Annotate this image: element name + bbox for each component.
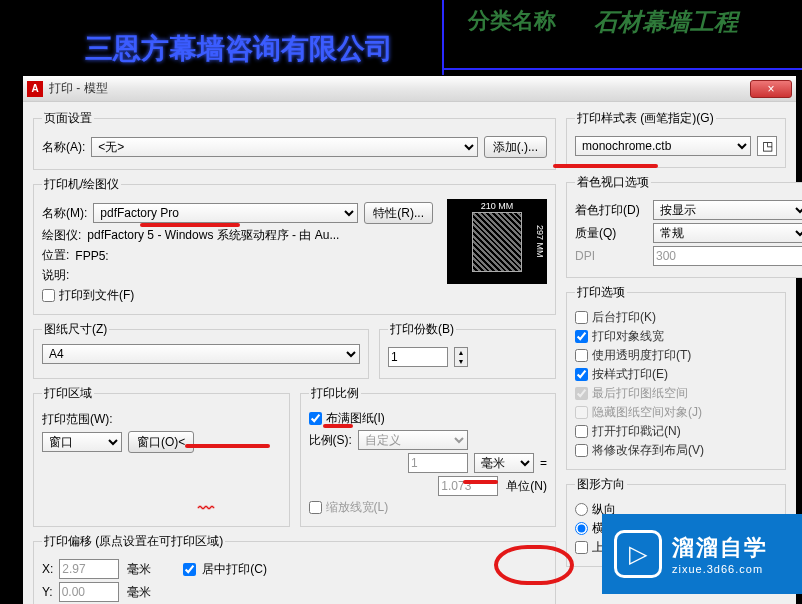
plot-offset-group: 打印偏移 (原点设置在可打印区域) X: 毫米 居中打印(C) Y: 毫米 — [33, 533, 556, 604]
watermark-play-icon: ▷ — [614, 530, 662, 578]
driver-label: 绘图仪: — [42, 227, 81, 244]
plot-offset-legend: 打印偏移 (原点设置在可打印区域) — [42, 533, 225, 550]
plot-style-select[interactable]: monochrome.ctb — [575, 136, 751, 156]
scale-lineweight-label: 缩放线宽(L) — [326, 499, 389, 516]
plot-style-group: 打印样式表 (画笔指定)(G) monochrome.ctb◳ — [566, 110, 786, 168]
plot-transparency-label: 使用透明度打印(T) — [592, 347, 691, 364]
titlebar[interactable]: A 打印 - 模型 × — [23, 76, 796, 102]
portrait-radio[interactable] — [575, 503, 588, 516]
scale-unit-select[interactable]: 毫米 — [474, 453, 534, 473]
upside-down-checkbox[interactable] — [575, 541, 588, 554]
plot-range-label: 打印范围(W): — [42, 411, 113, 428]
scale-denom-input[interactable] — [438, 476, 498, 496]
red-underline-style — [553, 164, 658, 168]
offset-x-unit: 毫米 — [127, 561, 151, 578]
plot-transparency-checkbox[interactable] — [575, 349, 588, 362]
copies-group: 打印份数(B) ▲▼ — [379, 321, 556, 379]
plot-with-styles-checkbox[interactable] — [575, 368, 588, 381]
plot-area-legend: 打印区域 — [42, 385, 94, 402]
fit-to-paper-checkbox[interactable] — [309, 412, 322, 425]
page-name-select[interactable]: <无> — [91, 137, 477, 157]
category-label: 分类名称 — [468, 6, 556, 36]
paper-preview: 210 MM 297 MM — [447, 199, 547, 284]
red-underline-mm — [463, 480, 498, 484]
close-icon: × — [767, 82, 774, 96]
scale-ratio-select[interactable]: 自定义 — [358, 430, 468, 450]
plot-scale-legend: 打印比例 — [309, 385, 361, 402]
quality-select[interactable]: 常规 — [653, 223, 802, 243]
company-name: 三恩方幕墙咨询有限公司 — [85, 30, 393, 68]
plot-scale-group: 打印比例 布满图纸(I) 比例(S):自定义 毫米= 单位(N) 缩放线宽(L) — [300, 385, 557, 527]
plot-range-select[interactable]: 窗口 — [42, 432, 122, 452]
dpi-label: DPI — [575, 249, 647, 263]
plot-paperspace-last-checkbox — [575, 387, 588, 400]
shade-plot-label: 着色打印(D) — [575, 202, 647, 219]
center-plot-label: 居中打印(C) — [202, 561, 267, 578]
window-button[interactable]: 窗口(O)< — [128, 431, 194, 453]
paper-size-select[interactable]: A4 — [42, 344, 360, 364]
location-label: 位置: — [42, 247, 69, 264]
red-underline-window — [185, 444, 270, 448]
red-swirl-center: 〰 — [198, 500, 214, 518]
dialog-title: 打印 - 模型 — [49, 80, 750, 97]
watermark-title: 溜溜自学 — [672, 533, 768, 563]
watermark-url: zixue.3d66.com — [672, 563, 768, 575]
dpi-input — [653, 246, 802, 266]
plot-stamp-checkbox[interactable] — [575, 425, 588, 438]
copies-input[interactable] — [388, 347, 448, 367]
center-plot-checkbox[interactable] — [183, 563, 196, 576]
plot-area-group: 打印区域 打印范围(W): 窗口 窗口(O)< — [33, 385, 290, 527]
add-button[interactable]: 添加(.)... — [484, 136, 547, 158]
preview-height: 297 MM — [535, 225, 545, 258]
shaded-viewport-group: 着色视口选项 着色打印(D)按显示 质量(Q)常规 DPI — [566, 174, 802, 278]
watermark: ▷ 溜溜自学 zixue.3d66.com — [602, 514, 802, 594]
offset-x-input[interactable] — [59, 559, 119, 579]
printer-name-select[interactable]: pdfFactory Pro — [93, 203, 358, 223]
plot-with-styles-label: 按样式打印(E) — [592, 366, 668, 383]
print-to-file-label: 打印到文件(F) — [59, 287, 134, 304]
close-button[interactable]: × — [750, 80, 792, 98]
hide-paperspace-label: 隐藏图纸空间对象(J) — [592, 404, 702, 421]
printer-props-button[interactable]: 特性(R)... — [364, 202, 433, 224]
scale-ratio-label: 比例(S): — [309, 432, 352, 449]
copies-legend: 打印份数(B) — [388, 321, 456, 338]
landscape-radio[interactable] — [575, 522, 588, 535]
equals-sign: = — [540, 456, 547, 470]
printer-group: 打印机/绘图仪 名称(M): pdfFactory Pro 特性(R)... 绘… — [33, 176, 556, 315]
plot-stamp-label: 打开打印戳记(N) — [592, 423, 681, 440]
red-underline-fit — [323, 424, 353, 428]
description-label: 说明: — [42, 267, 69, 284]
background-plot-checkbox[interactable] — [575, 311, 588, 324]
copies-spinner[interactable]: ▲▼ — [454, 347, 468, 367]
preview-paper-icon — [472, 212, 522, 272]
hide-paperspace-checkbox — [575, 406, 588, 419]
plot-style-legend: 打印样式表 (画笔指定)(G) — [575, 110, 716, 127]
offset-y-unit: 毫米 — [127, 584, 151, 601]
paper-size-legend: 图纸尺寸(Z) — [42, 321, 109, 338]
plot-options-legend: 打印选项 — [575, 284, 627, 301]
offset-y-input[interactable] — [59, 582, 119, 602]
print-to-file-checkbox[interactable] — [42, 289, 55, 302]
scale-lineweight-checkbox[interactable] — [309, 501, 322, 514]
plot-lineweights-checkbox[interactable] — [575, 330, 588, 343]
scale-num-input[interactable] — [408, 453, 468, 473]
driver-value: pdfFactory 5 - Windows 系统驱动程序 - 由 Au... — [87, 227, 339, 244]
preview-width: 210 MM — [481, 201, 514, 211]
offset-x-label: X: — [42, 562, 53, 576]
location-value: FPP5: — [75, 249, 108, 263]
plot-paperspace-last-label: 最后打印图纸空间 — [592, 385, 688, 402]
offset-y-label: Y: — [42, 585, 53, 599]
save-layout-label: 将修改保存到布局(V) — [592, 442, 704, 459]
printer-legend: 打印机/绘图仪 — [42, 176, 121, 193]
printer-name-label: 名称(M): — [42, 205, 87, 222]
page-name-label: 名称(A): — [42, 139, 85, 156]
unit-label: 单位(N) — [506, 478, 547, 495]
plot-style-edit-icon[interactable]: ◳ — [757, 136, 777, 156]
orientation-legend: 图形方向 — [575, 476, 627, 493]
save-layout-checkbox[interactable] — [575, 444, 588, 457]
plot-lineweights-label: 打印对象线宽 — [592, 328, 664, 345]
shade-plot-select[interactable]: 按显示 — [653, 200, 802, 220]
page-setup-legend: 页面设置 — [42, 110, 94, 127]
autocad-icon: A — [27, 81, 43, 97]
paper-size-group: 图纸尺寸(Z) A4 — [33, 321, 369, 379]
